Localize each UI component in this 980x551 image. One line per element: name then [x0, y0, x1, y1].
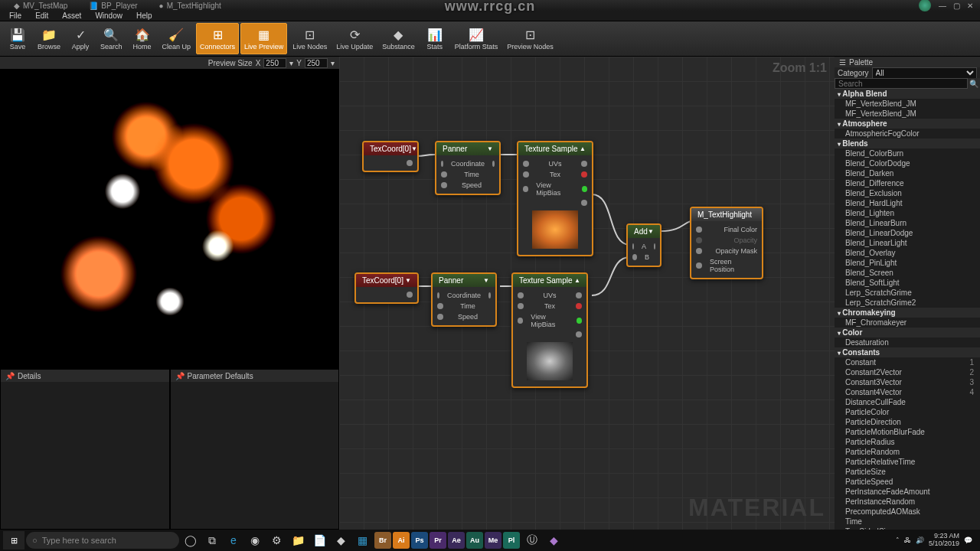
discord-icon[interactable]: ◆	[331, 531, 351, 549]
palette-item[interactable]: Blend_LinearDodge	[835, 228, 980, 238]
palette-item[interactable]: Blend_ColorDodge	[835, 158, 980, 168]
preview-y-input[interactable]	[305, 58, 328, 68]
node-texcoord-1[interactable]: TexCoord[0]▼	[362, 141, 419, 172]
palette-item[interactable]: ParticleRelativeTime	[835, 457, 980, 467]
palette-item[interactable]: Blend_Difference	[835, 178, 980, 188]
palette-item[interactable]: ParticleColor	[835, 407, 980, 417]
app-icon-ai[interactable]: Ai	[393, 532, 410, 549]
maximize-button[interactable]: ▢	[949, 2, 963, 10]
chevron-up-icon[interactable]: ▲	[574, 277, 580, 284]
palette-item[interactable]: ParticleSpeed	[835, 477, 980, 487]
input-pin[interactable]	[441, 161, 443, 167]
visual-studio-icon[interactable]: ◆	[544, 531, 564, 549]
app-icon-pr[interactable]: Pr	[430, 532, 446, 549]
input-pin[interactable]	[518, 303, 524, 309]
palette-item[interactable]: DistanceCullFade	[835, 397, 980, 407]
node-panner-2[interactable]: Panner▼ Coordinate Time Speed	[431, 272, 497, 327]
explorer-icon[interactable]: 📁	[288, 531, 308, 549]
tab-texthighlight[interactable]: ● M_TextHighlight	[149, 2, 232, 10]
chevron-down-icon[interactable]: ▼	[487, 145, 493, 152]
output-pin[interactable]	[492, 161, 495, 167]
palette-category[interactable]: Chromakeying	[835, 308, 980, 318]
palette-category[interactable]: Alpha Blend	[835, 89, 980, 99]
palette-item[interactable]: ParticleSize	[835, 467, 980, 477]
palette-category[interactable]: Blends	[835, 139, 980, 148]
material-preview-viewport[interactable]	[0, 69, 339, 369]
tool-platform-stats[interactable]: 📈Platform Stats	[451, 23, 502, 54]
chevron-down-icon[interactable]: ▼	[405, 277, 411, 284]
input-pin[interactable]	[696, 248, 702, 254]
play-indicator-icon[interactable]	[919, 0, 931, 11]
input-pin[interactable]	[632, 254, 637, 260]
tool-browse[interactable]: 📁Browse	[34, 23, 64, 54]
palette-item[interactable]: PerInstanceRandom	[835, 497, 980, 507]
palette-item[interactable]: Blend_Screen	[835, 268, 980, 278]
palette-item[interactable]: Lerp_ScratchGrime2	[835, 298, 980, 308]
output-pin[interactable]	[488, 292, 491, 298]
node-panner-1[interactable]: Panner▼ Coordinate Time Speed	[435, 141, 501, 195]
palette-item[interactable]: PrecomputedAOMask	[835, 507, 980, 517]
tool-clean-up[interactable]: 🧹Clean Up	[158, 23, 195, 54]
menu-window[interactable]: Window	[89, 11, 129, 20]
tool-live-nodes[interactable]: ⊡Live Nodes	[289, 23, 331, 54]
input-pin[interactable]	[523, 171, 529, 178]
input-pin[interactable]	[441, 171, 447, 178]
cortana-icon[interactable]: ◯	[181, 531, 201, 549]
clock[interactable]: 9:23 AM5/10/2019	[929, 533, 959, 548]
parameter-defaults-panel[interactable]: 📌Parameter Defaults	[170, 369, 340, 530]
search-icon[interactable]: 🔍	[968, 78, 980, 89]
output-pin[interactable]	[576, 331, 582, 337]
menu-asset[interactable]: Asset	[56, 11, 87, 20]
app-icon-pl[interactable]: Pl	[503, 532, 520, 549]
tool-search[interactable]: 🔍Search	[96, 23, 126, 54]
menu-file[interactable]: File	[3, 11, 28, 20]
palette-item[interactable]: Blend_LinearLight	[835, 238, 980, 248]
output-pin[interactable]	[577, 318, 582, 324]
chevron-down-icon[interactable]: ▼	[648, 228, 654, 235]
palette-category[interactable]: Color	[835, 328, 980, 337]
preview-x-dropdown-icon[interactable]: ▾	[289, 59, 293, 67]
network-icon[interactable]: 🖧	[904, 536, 911, 544]
input-pin[interactable]	[696, 227, 702, 233]
palette-item[interactable]: MF_VertexBlend_JM	[835, 109, 980, 119]
task-view-icon[interactable]: ⧉	[202, 531, 222, 549]
edge-icon[interactable]: e	[224, 531, 243, 549]
palette-item[interactable]: Blend_PinLight	[835, 258, 980, 268]
input-pin[interactable]	[523, 161, 529, 167]
menu-help[interactable]: Help	[130, 11, 158, 20]
palette-item[interactable]: Blend_Exclusion	[835, 188, 980, 198]
output-pin[interactable]	[576, 303, 582, 309]
output-pin[interactable]	[581, 171, 587, 178]
start-button[interactable]: ⊞	[3, 531, 24, 549]
node-texcoord-2[interactable]: TexCoord[0]▼	[354, 272, 419, 304]
output-pin[interactable]	[407, 292, 413, 298]
tab-bpplayer[interactable]: 📘 BP_Player	[78, 2, 148, 10]
preview-x-input[interactable]	[263, 58, 286, 68]
preview-y-dropdown-icon[interactable]: ▾	[331, 59, 335, 67]
input-pin[interactable]	[696, 262, 702, 269]
app-icon-br[interactable]: Br	[374, 532, 391, 549]
palette-item[interactable]: PerInstanceFadeAmount	[835, 487, 980, 497]
chevron-down-icon[interactable]: ▼	[483, 277, 489, 284]
tool-home[interactable]: 🏠Home	[128, 23, 157, 54]
node-texture-sample-2[interactable]: Texture Sample▲ UVs Tex View MipBias	[511, 272, 588, 388]
palette-item[interactable]: MF_Chromakeyer	[835, 318, 980, 328]
palette-item[interactable]: ParticleRadius	[835, 437, 980, 447]
details-panel[interactable]: 📌Details	[0, 369, 170, 530]
category-select[interactable]: All	[872, 67, 977, 79]
close-button[interactable]: ✕	[963, 2, 977, 10]
app-icon-ps[interactable]: Ps	[411, 532, 428, 549]
tool-preview-nodes[interactable]: ⊡Preview Nodes	[503, 23, 557, 54]
chevron-up-icon[interactable]: ▲	[580, 145, 586, 152]
node-texture-sample-1[interactable]: Texture Sample▲ UVs Tex View MipBias	[517, 141, 593, 256]
input-pin[interactable]	[632, 243, 634, 249]
output-pin[interactable]	[576, 292, 582, 298]
chrome-icon[interactable]: ◉	[245, 531, 265, 549]
tray-up-icon[interactable]: ˄	[896, 536, 900, 544]
palette-tree[interactable]: Alpha BlendMF_VertexBlend_JMMF_VertexBle…	[835, 89, 980, 530]
system-tray[interactable]: ˄ 🖧 🔊 9:23 AM5/10/2019 💬	[896, 533, 977, 548]
palette-item[interactable]: Blend_Lighten	[835, 208, 980, 218]
input-pin[interactable]	[523, 186, 528, 192]
palette-item[interactable]: Blend_ColorBurn	[835, 148, 980, 158]
node-material-result[interactable]: M_TextHighlight Final Color Opacity Opac…	[690, 207, 763, 279]
